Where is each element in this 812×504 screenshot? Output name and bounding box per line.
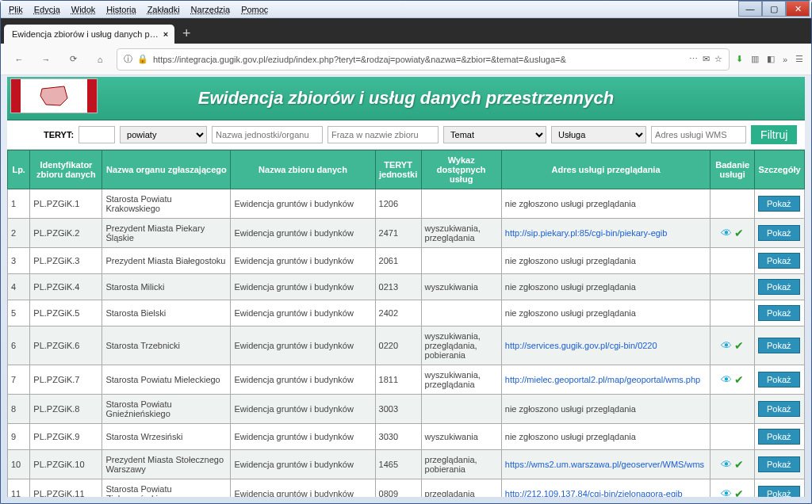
menu-pomoc[interactable]: Pomoc [236, 3, 273, 16]
back-button[interactable]: ← [9, 49, 29, 70]
check-icon: ✔ [734, 373, 744, 386]
col-header: Nazwa zbioru danych [231, 151, 375, 189]
nazwa-input[interactable] [212, 126, 323, 143]
service-link[interactable]: http://212.109.137.84/cgi-bin/zielonagor… [505, 489, 683, 497]
adres-input[interactable] [651, 126, 746, 143]
browser-tab[interactable]: Ewidencja zbiorów i usług danych p… × [4, 25, 174, 44]
check-icon: ✔ [734, 487, 744, 497]
eye-icon[interactable]: 👁 [721, 487, 732, 497]
col-header: Identyfikator zbioru danych [30, 151, 102, 189]
service-link[interactable]: http://services.gugik.gov.pl/cgi-bin/022… [505, 341, 657, 350]
table-row: 6PL.PZGiK.6Starosta TrzebnickiEwidencja … [8, 326, 805, 365]
browser-urlbar: ← → ⟳ ⌂ ⓘ 🔒 https://integracja.gugik.gov… [1, 44, 811, 75]
table-row: 4PL.PZGiK.4Starosta MilickiEwidencja gru… [8, 274, 805, 300]
eye-icon[interactable]: 👁 [721, 373, 732, 386]
reload-button[interactable]: ⟳ [63, 49, 83, 70]
pokaz-button[interactable]: Pokaż [758, 429, 800, 445]
pokaz-button[interactable]: Pokaż [758, 253, 800, 269]
filter-bar: TERYT: powiaty Temat Usługa Filtruj [7, 120, 805, 150]
eye-icon[interactable]: 👁 [721, 458, 732, 471]
pokaz-button[interactable]: Pokaż [758, 401, 800, 417]
close-button[interactable]: ✕ [786, 1, 810, 17]
table-row: 9PL.PZGiK.9Starosta WrzesińskiEwidencja … [8, 424, 805, 450]
rodzaj-select[interactable]: powiaty [120, 126, 207, 143]
teryt-label: TERYT: [44, 130, 74, 139]
sidebar-icon[interactable]: ◧ [767, 54, 775, 64]
temat-select[interactable]: Temat [443, 126, 546, 143]
pokaz-button[interactable]: Pokaż [758, 372, 800, 388]
pokaz-button[interactable]: Pokaż [758, 338, 800, 353]
library-icon[interactable]: ▥ [751, 54, 759, 64]
zbior-input[interactable] [327, 126, 439, 143]
menu-edycja[interactable]: Edycja [29, 3, 65, 16]
pokaz-button[interactable]: Pokaż [758, 279, 800, 295]
bookmark-icon[interactable]: ☆ [714, 54, 722, 64]
tab-title: Ewidencja zbiorów i usług danych p… [12, 29, 159, 39]
filtruj-button[interactable]: Filtruj [751, 125, 797, 144]
eye-icon[interactable]: 👁 [721, 227, 732, 239]
table-row: 11PL.PZGiK.11Starosta Powiatu Zielonogór… [8, 479, 805, 498]
table-row: 5PL.PZGiK.5Starosta BielskiEwidencja gru… [8, 300, 805, 326]
col-header: Lp. [8, 151, 30, 189]
pokaz-button[interactable]: Pokaż [758, 486, 800, 497]
table-row: 8PL.PZGiK.8Starosta Powiatu Gnieźnieński… [8, 395, 805, 424]
menu-zakładki[interactable]: Zakładki [143, 3, 185, 16]
pokaz-button[interactable]: Pokaż [758, 196, 800, 212]
pokaz-button[interactable]: Pokaż [758, 305, 800, 321]
menu-narzędzia[interactable]: Narzędzia [186, 3, 236, 16]
new-tab-button[interactable]: + [174, 24, 199, 44]
col-header: Szczegóły [755, 151, 805, 189]
service-link[interactable]: http://mielec.geoportal2.pl/map/geoporta… [505, 375, 700, 384]
minimize-button[interactable]: — [738, 1, 762, 17]
service-link[interactable]: https://wms2.um.warszawa.pl/geoserver/WM… [505, 460, 704, 469]
service-link[interactable]: http://sip.piekary.pl:85/cgi-bin/piekary… [505, 228, 668, 238]
check-icon: ✔ [734, 227, 744, 239]
data-table: Lp.Identyfikator zbioru danychNazwa orga… [7, 150, 805, 497]
lock-icon: 🔒 [137, 54, 148, 64]
table-row: 10PL.PZGiK.10Prezydent Miasta Stołeczneg… [8, 450, 805, 479]
download-icon[interactable]: ⬇ [736, 54, 743, 64]
pokaz-button[interactable]: Pokaż [758, 456, 800, 472]
usluga-select[interactable]: Usługa [551, 126, 646, 143]
col-header: Wykaz dostępnych usług [421, 151, 501, 189]
table-row: 1PL.PZGiK.1Starosta Powiatu Krakowskiego… [8, 189, 805, 219]
table-row: 7PL.PZGiK.7Starosta Powiatu MieleckiegoE… [8, 365, 805, 395]
poland-map-icon [38, 84, 70, 108]
page-header: Ewidencja zbiorów i usług danych przestr… [7, 77, 805, 120]
browser-window: PlikEdycjaWidokHistoriaZakładkiNarzędzia… [0, 0, 812, 504]
table-row: 3PL.PZGiK.3Prezydent Miasta Białegostoku… [8, 248, 805, 274]
toolbar-right: ⬇ ▥ ◧ » ☰ [736, 54, 803, 64]
eye-icon[interactable]: 👁 [721, 339, 732, 352]
col-header: Nazwa organu zgłaszającego [102, 151, 231, 189]
overflow-icon[interactable]: » [783, 55, 787, 64]
shield-icon: ⓘ [124, 53, 132, 65]
maximize-button[interactable]: ▢ [762, 1, 786, 17]
table-row: 2PL.PZGiK.2Prezydent Miasta Piekary Śląs… [8, 219, 805, 248]
teryt-input[interactable] [79, 126, 115, 143]
menu-historia[interactable]: Historia [102, 3, 140, 16]
browser-tabbar: Ewidencja zbiorów i usług danych p… × + [1, 18, 811, 44]
check-icon: ✔ [734, 458, 744, 471]
reader-icon[interactable]: ✉ [703, 54, 710, 64]
gugik-logo [10, 78, 98, 113]
forward-button[interactable]: → [36, 49, 56, 70]
col-header: Badanie usługi [710, 151, 755, 189]
menu-widok[interactable]: Widok [67, 3, 101, 16]
os-menubar: PlikEdycjaWidokHistoriaZakładkiNarzędzia… [1, 1, 811, 18]
menu-plik[interactable]: Plik [4, 3, 28, 16]
menu-icon[interactable]: ☰ [795, 54, 803, 64]
url-text: https://integracja.gugik.gov.pl/eziudp/i… [153, 55, 684, 64]
col-header: Adres usługi przeglądania [501, 151, 710, 189]
window-controls: — ▢ ✕ [738, 1, 810, 17]
page-title: Ewidencja zbiorów i usług danych przestr… [198, 88, 614, 108]
page-content: Ewidencja zbiorów i usług danych przestr… [7, 77, 805, 497]
col-header: TERYT jednostki [375, 151, 421, 189]
home-button[interactable]: ⌂ [90, 49, 110, 70]
check-icon: ✔ [734, 339, 744, 352]
more-icon[interactable]: ⋯ [689, 54, 698, 64]
url-input[interactable]: ⓘ 🔒 https://integracja.gugik.gov.pl/eziu… [117, 48, 730, 71]
tab-close-icon[interactable]: × [163, 29, 168, 39]
pokaz-button[interactable]: Pokaż [758, 225, 800, 241]
